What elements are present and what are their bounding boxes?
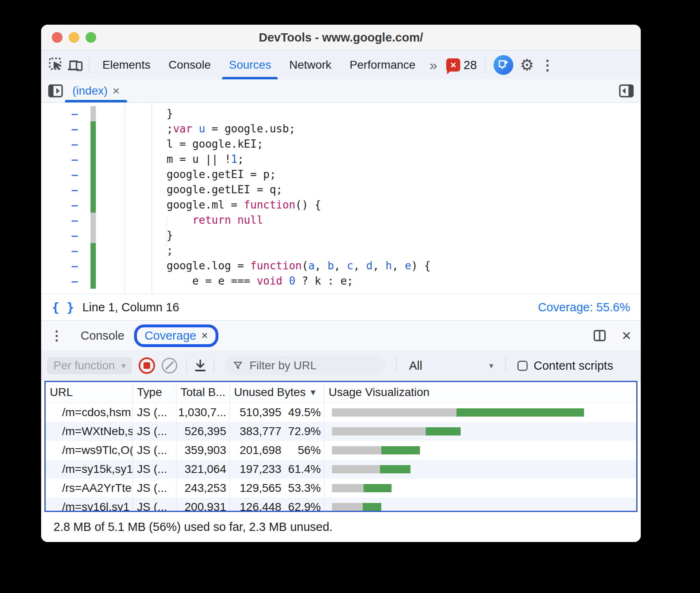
drawer-tab-close-icon[interactable]: × <box>201 329 208 342</box>
total-bytes-cell: 200,931 <box>176 498 230 511</box>
coverage-stripe-covered <box>90 167 96 182</box>
close-window-button[interactable] <box>52 32 63 43</box>
type-cell: JS (... <box>133 403 176 422</box>
settings-gear-icon[interactable]: ⚙ <box>517 56 536 74</box>
pretty-print-icon[interactable]: { } <box>52 300 74 315</box>
tab-elements[interactable]: Elements <box>93 51 160 79</box>
tab-console[interactable]: Console <box>160 51 220 79</box>
usage-bar-used <box>380 465 410 473</box>
drawer-dock-icon[interactable] <box>590 326 609 345</box>
column-header-usage-visualization[interactable]: Usage Visualization <box>325 382 636 403</box>
code-line[interactable]: –} <box>41 106 641 121</box>
coverage-stripe-covered <box>90 273 96 289</box>
line-gutter-dash: – <box>41 258 78 273</box>
unused-percent: 72.9% <box>281 425 321 438</box>
table-row[interactable]: /m=WXtNeb,sJS (...526,395383,77772.9% <box>46 422 636 441</box>
type-cell: JS (... <box>133 422 176 441</box>
toolbar-divider <box>485 57 485 73</box>
code-line[interactable]: –l = google.kEI; <box>41 137 641 152</box>
usage-bar-used <box>426 427 461 435</box>
show-debugger-sidebar-icon[interactable] <box>617 81 636 100</box>
more-panels-icon[interactable]: » <box>424 57 442 73</box>
code-text: e = e === void 0 ? k : e; <box>167 273 353 289</box>
stop-recording-button[interactable] <box>139 357 155 374</box>
device-toolbar-icon[interactable] <box>66 56 85 74</box>
minimize-window-button[interactable] <box>69 32 79 43</box>
table-row[interactable]: /m=sy16l,sy1JS (...200,931126,44862.9% <box>46 498 636 511</box>
file-tab-close-icon[interactable]: × <box>113 84 120 98</box>
editor-lines: –}–;var u = google.usb;–l = google.kEI;–… <box>41 106 641 289</box>
filter-by-url-input[interactable] <box>248 359 377 373</box>
code-line[interactable]: –google.ml = function() { <box>41 197 641 213</box>
coverage-mode-select[interactable]: Per function ▾ <box>47 357 132 374</box>
ai-assistant-icon[interactable] <box>494 55 513 75</box>
coverage-stripe-uncovered <box>90 106 96 121</box>
type-cell: JS (... <box>133 460 176 479</box>
drawer-tab-bar: ⋮ Console Coverage × ✕ <box>41 320 641 350</box>
table-row[interactable]: /m=cdos,hsmJS (...1,030,7...510,39549.5% <box>46 403 636 422</box>
drawer-tab-coverage[interactable]: Coverage <box>144 329 196 343</box>
line-gutter-dash: – <box>41 228 78 243</box>
total-bytes-cell: 321,064 <box>176 460 230 479</box>
clear-icon[interactable] <box>162 358 177 373</box>
traffic-lights <box>52 25 96 50</box>
code-text: return null <box>167 213 263 228</box>
url-filter[interactable] <box>225 356 385 375</box>
column-header-url[interactable]: URL <box>46 382 133 403</box>
unused-bytes-value: 129,565 <box>233 482 281 495</box>
code-line[interactable]: –google.getEI = p; <box>41 167 641 182</box>
chevron-down-icon: ▾ <box>121 361 125 371</box>
coverage-stripe-covered <box>90 121 96 137</box>
drawer-close-icon[interactable]: ✕ <box>621 329 632 343</box>
code-text: google.log = function(a, b, c, d, h, e) … <box>167 258 431 273</box>
unused-bytes-value: 510,395 <box>233 406 281 419</box>
maximize-window-button[interactable] <box>86 32 96 43</box>
drawer-tab-console[interactable]: Console <box>74 329 131 343</box>
unused-bytes-cell: 197,23361.4% <box>230 460 325 479</box>
column-header-unused-bytes[interactable]: Unused Bytes ▼ <box>230 382 325 403</box>
export-download-icon[interactable] <box>191 356 210 375</box>
issues-badge[interactable]: ✕ 28 <box>446 58 477 72</box>
column-header-total-bytes[interactable]: Total B... <box>176 382 230 403</box>
code-text: google.getEI = p; <box>167 167 276 182</box>
line-gutter-dash: – <box>41 137 78 152</box>
code-line[interactable]: –google.getLEI = q; <box>41 182 641 197</box>
table-row[interactable]: /rs=AA2YrTteJS (...243,253129,56553.3% <box>46 479 636 498</box>
customize-menu-icon[interactable]: ⋮ <box>536 57 559 73</box>
type-cell: JS (... <box>133 441 176 460</box>
code-editor[interactable]: –}–;var u = google.usb;–l = google.kEI;–… <box>41 103 641 294</box>
tab-performance[interactable]: Performance <box>341 51 424 79</box>
tab-sources[interactable]: Sources <box>220 51 280 79</box>
table-row[interactable]: /m=sy15k,sy1JS (...321,064197,23361.4% <box>46 460 636 479</box>
tab-network[interactable]: Network <box>280 51 341 79</box>
inspect-element-icon[interactable] <box>47 56 66 74</box>
toolbar-divider <box>505 358 506 373</box>
code-line[interactable]: –} <box>41 228 641 243</box>
unused-percent: 61.4% <box>281 463 321 476</box>
code-line[interactable]: –m = u || !1; <box>41 152 641 167</box>
code-line[interactable]: – return null <box>41 213 641 228</box>
usage-bar-used <box>363 503 381 511</box>
code-text: l = google.kEI; <box>167 137 263 152</box>
chevron-down-icon: ▾ <box>489 361 493 371</box>
coverage-percentage-link[interactable]: Coverage: 55.6% <box>538 301 630 314</box>
file-tab-index[interactable]: (index) × <box>65 79 127 102</box>
unused-percent: 49.5% <box>281 406 321 419</box>
column-header-type[interactable]: Type <box>133 382 176 403</box>
content-scripts-checkbox[interactable] <box>517 361 528 371</box>
code-line[interactable]: – e = e === void 0 ? k : e; <box>41 273 641 289</box>
code-line[interactable]: –;var u = google.usb; <box>41 121 641 137</box>
show-navigator-icon[interactable] <box>46 81 65 100</box>
unused-bytes-cell: 129,56553.3% <box>230 479 325 498</box>
usage-cell <box>325 460 636 479</box>
coverage-table[interactable]: URL Type Total B... Unused Bytes ▼ Usage… <box>44 381 637 512</box>
usage-bar <box>332 446 420 454</box>
drawer-menu-icon[interactable]: ⋮ <box>50 328 63 343</box>
code-line[interactable]: –; <box>41 243 641 258</box>
table-row[interactable]: /m=ws9Tlc,O(JS (...359,903201,69856% <box>46 441 636 460</box>
type-filter-select[interactable]: All ▾ <box>403 359 499 373</box>
usage-bar <box>332 408 584 417</box>
unused-bytes-value: 201,698 <box>233 444 281 457</box>
unused-bytes-cell: 510,39549.5% <box>230 403 325 422</box>
code-line[interactable]: –google.log = function(a, b, c, d, h, e)… <box>41 258 641 273</box>
